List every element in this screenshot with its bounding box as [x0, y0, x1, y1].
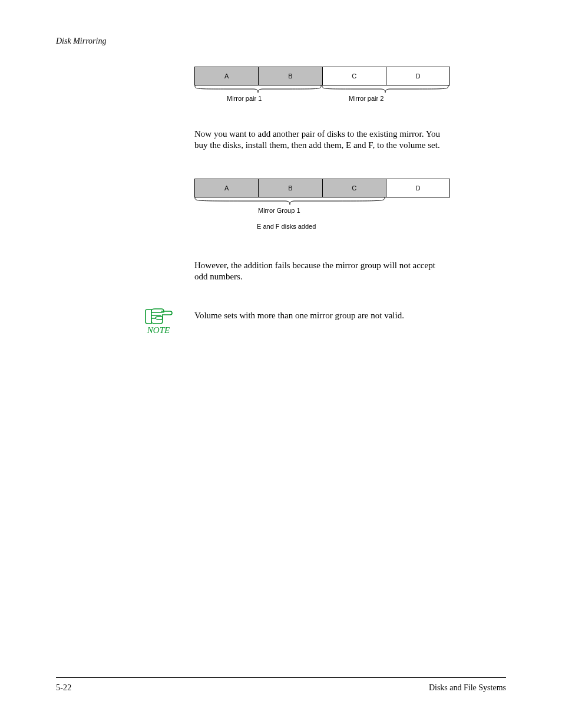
page-number: 5-22	[56, 683, 71, 693]
page-header: Disk Mirroring	[56, 37, 106, 46]
diagram-1-label-left: Mirror pair 1	[227, 95, 262, 102]
diagram-1-cell-a: A	[195, 67, 259, 85]
svg-text:NOTE: NOTE	[147, 325, 170, 335]
diagram-2-brace	[194, 197, 449, 209]
diagram-2-boxes: A B C D	[194, 179, 450, 197]
diagram-2-cell-a: A	[195, 179, 259, 197]
diagram-1-cell-c: C	[323, 67, 386, 85]
paragraph-1: Now you want to add another pair of disk…	[194, 129, 451, 151]
brace-icon	[194, 197, 385, 205]
brace-icon	[194, 85, 322, 93]
footer-title: Disks and File Systems	[429, 683, 506, 693]
diagram-2-label-sub: E and F disks added	[257, 223, 316, 230]
diagram-2-label-main: Mirror Group 1	[258, 207, 300, 214]
diagram-2-cell-d: D	[386, 179, 449, 197]
brace-icon	[322, 85, 449, 93]
footer-rule	[56, 677, 506, 678]
diagram-1-cell-b: B	[259, 67, 322, 85]
note-icon: NOTE	[144, 308, 173, 335]
diagram-mirror-group: A B C D Mirror Group 1 E and F disks add…	[194, 179, 450, 209]
note-text: Volume sets with more than one mirror gr…	[194, 310, 451, 321]
paragraph-2: However, the addition fails because the …	[194, 260, 451, 282]
diagram-1-cell-d: D	[386, 67, 449, 85]
diagram-1-label-right: Mirror pair 2	[349, 95, 384, 102]
diagram-2-cell-b: B	[259, 179, 322, 197]
diagram-mirror-pairs: A B C D Mirror pair 1 Mirror pair 2	[194, 67, 450, 97]
diagram-2-cell-c: C	[323, 179, 386, 197]
diagram-1-boxes: A B C D	[194, 67, 450, 85]
